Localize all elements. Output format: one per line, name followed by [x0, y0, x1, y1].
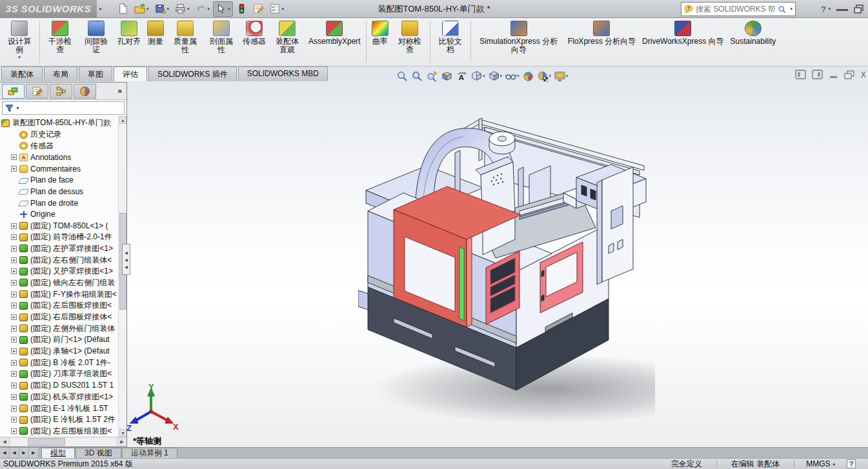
tab-assembly[interactable]: 装配体 — [1, 66, 43, 81]
scroll-up-icon[interactable]: ▲ — [119, 116, 126, 124]
tree-item[interactable]: +(固定) E 冷轧板 1.5T 2件 — [0, 414, 117, 426]
logo-expand-button[interactable]: ▸ — [97, 1, 105, 17]
panel-tabs-overflow-button[interactable]: » — [117, 86, 125, 95]
tab-solidworks-mbd[interactable]: SOLIDWORKS MBD — [238, 66, 328, 81]
expand-icon[interactable]: + — [11, 166, 17, 172]
tree-item[interactable]: 历史记录 — [0, 129, 117, 141]
tree-item[interactable]: +(固定) 左后围板组装图< — [0, 426, 117, 437]
cm-driveworksxpress-button[interactable]: DriveWorksXpress 向导 — [639, 18, 727, 66]
expand-icon[interactable]: + — [11, 337, 17, 343]
expand-icon[interactable]: + — [11, 314, 17, 320]
tree-item[interactable]: +(固定) 刀库罩子组装图< — [0, 368, 117, 380]
tree-item[interactable]: +(固定) B 冷板 2.0T 1件- — [0, 357, 117, 368]
tree-item[interactable]: +(固定) 机头罩焊接图<1> — [0, 392, 117, 403]
tree-vertical-scrollbar[interactable]: ▲ ▼ — [118, 116, 126, 437]
cm-clearance-button[interactable]: 间隙验证 — [78, 18, 114, 66]
cm-sustainability-button[interactable]: Sustainability — [727, 18, 780, 66]
doc-tab-model[interactable]: 模型 — [41, 448, 75, 458]
expand-icon[interactable]: + — [11, 394, 17, 400]
tree-item[interactable]: +(固定) 左护罩焊接图<1> — [0, 243, 117, 255]
expand-icon[interactable]: + — [11, 280, 17, 286]
tree-item[interactable]: +(固定) 右后围板焊接体< — [0, 312, 117, 323]
doc-tab-3d-views[interactable]: 3D 视图 — [76, 448, 121, 458]
tree-item[interactable]: +(固定) TOM-850L<1> ( — [0, 220, 117, 232]
minimize-document-icon[interactable] — [829, 70, 838, 79]
restore-button[interactable] — [854, 5, 864, 14]
tree-item[interactable]: +(固定) F-Y操作箱组装图< — [0, 288, 117, 300]
cm-measure-button[interactable]: 测量 — [144, 18, 167, 66]
options-button[interactable]: ▾ — [267, 1, 287, 17]
help-menu-button[interactable]: ?▾ — [821, 5, 831, 14]
expand-icon[interactable]: + — [11, 223, 17, 229]
tree-item[interactable]: Plan de face — [0, 174, 117, 186]
cm-compare-docs-button[interactable]: 比较文档 — [432, 18, 469, 66]
zoom-selection-button[interactable] — [425, 68, 439, 84]
display-style-button[interactable]: ▾ — [487, 68, 504, 84]
doc-nav-next-button[interactable]: ▶ — [19, 448, 29, 458]
minimize-button[interactable] — [836, 8, 848, 11]
expand-icon[interactable]: + — [11, 292, 17, 297]
expand-icon[interactable]: + — [11, 371, 17, 377]
tree-item[interactable]: +(固定) 左侧外嵌门组装体 — [0, 323, 117, 334]
close-document-icon[interactable] — [861, 70, 865, 79]
tree-item[interactable]: +(固定) 镜向左右侧门组装 — [0, 277, 117, 289]
restore-document-icon[interactable] — [844, 70, 855, 79]
tab-evaluate[interactable]: 评估 — [114, 66, 147, 81]
tree-filter[interactable]: ▼ — [2, 101, 125, 115]
search-box[interactable]: ? ▾ — [681, 2, 796, 16]
expand-icon[interactable]: + — [11, 383, 17, 388]
doc-nav-prev-button[interactable]: ◀ — [10, 448, 19, 458]
expand-icon[interactable]: + — [11, 360, 17, 366]
tree-horizontal-scrollbar[interactable]: ◀ ▶ — [0, 437, 126, 446]
displaymanager-tab[interactable] — [74, 84, 96, 99]
scrollbar-thumb[interactable] — [28, 438, 65, 446]
view-settings-button[interactable]: ▾ — [552, 68, 570, 84]
tree-item[interactable]: +(固定) 承轴<1> (Défaut — [0, 346, 117, 357]
expand-icon[interactable]: + — [11, 406, 17, 412]
zoom-area-button[interactable] — [410, 68, 425, 84]
units-selector[interactable]: MMGS ▴ — [794, 459, 847, 468]
file-properties-button[interactable] — [250, 1, 267, 17]
cm-mass-props-button[interactable]: 质量属性 — [167, 18, 203, 66]
expand-icon[interactable]: + — [11, 303, 17, 308]
filter-caret-icon[interactable]: ▼ — [15, 106, 20, 110]
tree-item[interactable]: 传感器 — [0, 140, 117, 152]
tree-item[interactable]: +(固定) 前门<1> (Défaut — [0, 334, 117, 346]
scroll-right-icon[interactable]: ▶ — [117, 437, 126, 446]
tree-item[interactable]: +Annotations — [0, 152, 117, 163]
propertymanager-tab[interactable] — [26, 84, 48, 99]
expand-icon[interactable]: + — [11, 257, 17, 263]
cm-symmetry-check-button[interactable]: 对称检查 — [392, 18, 428, 66]
print-document-button[interactable]: ▾ — [172, 1, 192, 17]
rebuild-button[interactable] — [234, 1, 250, 17]
undo-button[interactable]: ▾ — [193, 1, 213, 17]
expand-icon[interactable]: + — [11, 246, 17, 252]
panel-collapse-handle[interactable]: ◀ ◀ ◀ — [122, 244, 130, 275]
view-orientation-button[interactable]: ▾ — [469, 68, 487, 84]
tab-layout[interactable]: 布局 — [44, 66, 77, 81]
split-pane-left-icon[interactable] — [795, 70, 806, 79]
tree-item[interactable]: +(固定) 前导油槽-2.0-1件 — [0, 232, 117, 243]
scroll-left-icon[interactable]: ◀ — [0, 437, 10, 446]
cm-design-study-button[interactable]: 设计算例▾ — [1, 18, 37, 66]
cm-simulationxpress-button[interactable]: SimulationXpress 分析向导 — [473, 18, 565, 66]
tree-item[interactable]: +(固定) E-1 冷轧板 1.5T — [0, 403, 117, 414]
expand-icon[interactable]: + — [11, 154, 17, 160]
expand-icon[interactable]: + — [11, 268, 17, 274]
cm-section-props-button[interactable]: 剖面属性 — [203, 18, 239, 66]
doc-tab-motion-study-1[interactable]: 运动算例 1 — [122, 448, 177, 458]
cm-assembly-xpert-button[interactable]: AssemblyXpert — [305, 18, 364, 66]
expand-icon[interactable]: + — [11, 326, 17, 332]
cm-interference-button[interactable]: 干涉检查 — [42, 18, 78, 66]
cm-curvature-button[interactable]: 曲率 — [368, 18, 392, 66]
zoom-fit-button[interactable] — [395, 68, 410, 84]
split-pane-right-icon[interactable] — [812, 70, 823, 79]
tree-item[interactable]: +(固定) D SUS201 1.5T 1 — [0, 380, 117, 392]
cm-sensor-button[interactable]: 传感器 — [239, 18, 269, 66]
search-icon[interactable] — [778, 5, 786, 14]
expand-icon[interactable]: + — [11, 348, 17, 354]
tree-root-item[interactable]: 装配图TOM-850L-HY-单门款 — [0, 117, 117, 129]
new-document-button[interactable] — [115, 1, 131, 17]
save-document-button[interactable]: ▾ — [152, 1, 172, 17]
search-input[interactable] — [696, 5, 775, 14]
